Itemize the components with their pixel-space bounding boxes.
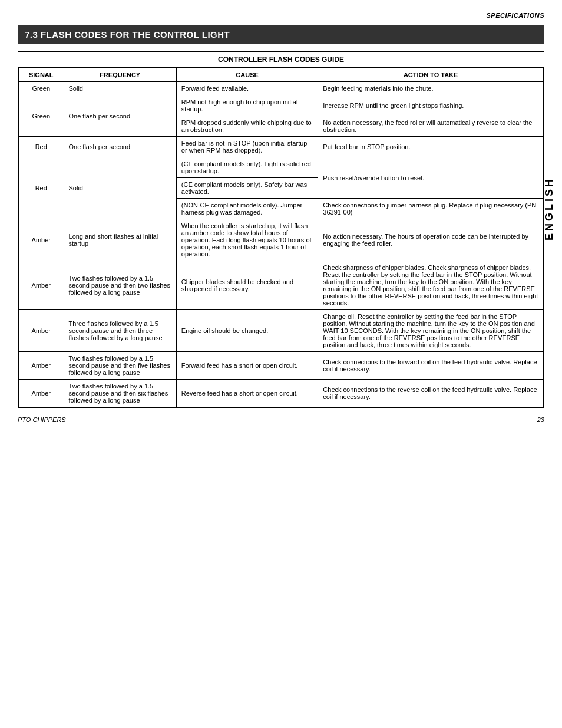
cause-cell: Reverse feed has a short or open circuit…: [176, 380, 318, 407]
cause-cell: Forward feed has a short or open circuit…: [176, 352, 318, 380]
freq-cell: Two flashes followed by a 1.5 second pau…: [64, 380, 176, 407]
action-cell: Check connections to the forward coil on…: [318, 352, 544, 380]
cause-cell: Engine oil should be changed.: [176, 310, 318, 352]
guide-title: CONTROLLER FLASH CODES GUIDE: [18, 52, 544, 68]
action-cell: Begin feeding materials into the chute.: [318, 82, 544, 95]
cause-cell: Forward feed available.: [176, 82, 318, 95]
cause-cell: (NON-CE compliant models only). Jumper h…: [176, 199, 318, 219]
cause-cell: (CE compliant models only). Safety bar w…: [176, 178, 318, 199]
action-cell: No action necessary, the feed roller wil…: [318, 116, 544, 137]
cause-cell: (CE compliant models only). Light is sol…: [176, 157, 318, 178]
freq-cell: Two flashes followed by a 1.5 second pau…: [64, 261, 176, 310]
footer-left: PTO CHIPPERS: [18, 416, 66, 423]
freq-cell: Two flashes followed by a 1.5 second pau…: [64, 352, 176, 380]
footer-right: 23: [537, 416, 544, 423]
action-cell: Change oil. Reset the controller by sett…: [318, 310, 544, 352]
action-cell: Put feed bar in STOP position.: [318, 137, 544, 157]
english-sidebar: ENGLISH: [543, 177, 560, 241]
table-header-row: SIGNAL FREQUENCY CAUSE ACTION TO TAKE: [19, 68, 544, 82]
signal-cell: Amber: [19, 219, 64, 261]
table-row: Red One flash per second Feed bar is not…: [19, 137, 544, 157]
table-row: Green Solid Forward feed available. Begi…: [19, 82, 544, 95]
action-cell: Increase RPM until the green light stops…: [318, 95, 544, 116]
freq-cell: One flash per second: [64, 137, 176, 157]
action-cell: Check sharpness of chipper blades. Check…: [318, 261, 544, 310]
freq-cell: Three flashes followed by a 1.5 second p…: [64, 310, 176, 352]
footer: PTO CHIPPERS 23: [18, 416, 544, 423]
cause-cell: Feed bar is not in STOP (upon initial st…: [176, 137, 318, 157]
col-signal: SIGNAL: [19, 68, 64, 82]
cause-cell: RPM dropped suddenly while chipping due …: [176, 116, 318, 137]
freq-cell: Long and short flashes at initial startu…: [64, 219, 176, 261]
signal-cell: Amber: [19, 261, 64, 310]
cause-cell: RPM not high enough to chip upon initial…: [176, 95, 318, 116]
col-action: ACTION TO TAKE: [318, 68, 544, 82]
action-cell: No action necessary. The hours of operat…: [318, 219, 544, 261]
signal-cell: Red: [19, 137, 64, 157]
freq-cell: Solid: [64, 82, 176, 95]
col-frequency: FREQUENCY: [64, 68, 176, 82]
cause-cell: Chipper blades should be checked and sha…: [176, 261, 318, 310]
table-wrapper: CONTROLLER FLASH CODES GUIDE SIGNAL FREQ…: [18, 51, 544, 408]
freq-cell: One flash per second: [64, 95, 176, 137]
action-cell: Check connections to jumper harness plug…: [318, 199, 544, 219]
section-title: 7.3 FLASH CODES FOR THE CONTROL LIGHT: [18, 25, 544, 44]
flash-codes-table: SIGNAL FREQUENCY CAUSE ACTION TO TAKE Gr…: [18, 68, 544, 407]
signal-cell: Red: [19, 157, 64, 219]
table-row: Green One flash per second RPM not high …: [19, 95, 544, 116]
table-row: Amber Three flashes followed by a 1.5 se…: [19, 310, 544, 352]
table-row: Amber Two flashes followed by a 1.5 seco…: [19, 380, 544, 407]
table-row: Amber Long and short flashes at initial …: [19, 219, 544, 261]
table-row: Amber Two flashes followed by a 1.5 seco…: [19, 352, 544, 380]
action-cell: Push reset/override button to reset.: [318, 157, 544, 199]
signal-cell: Green: [19, 95, 64, 137]
cause-cell: When the controller is started up, it wi…: [176, 219, 318, 261]
signal-cell: Amber: [19, 352, 64, 380]
freq-cell: Solid: [64, 157, 176, 219]
signal-cell: Green: [19, 82, 64, 95]
action-cell: Check connections to the reverse coil on…: [318, 380, 544, 407]
signal-cell: Amber: [19, 310, 64, 352]
table-row: Amber Two flashes followed by a 1.5 seco…: [19, 261, 544, 310]
col-cause: CAUSE: [176, 68, 318, 82]
signal-cell: Amber: [19, 380, 64, 407]
table-row: Red Solid (CE compliant models only). Li…: [19, 157, 544, 178]
specs-header: SPECIFICATIONS: [18, 12, 544, 19]
